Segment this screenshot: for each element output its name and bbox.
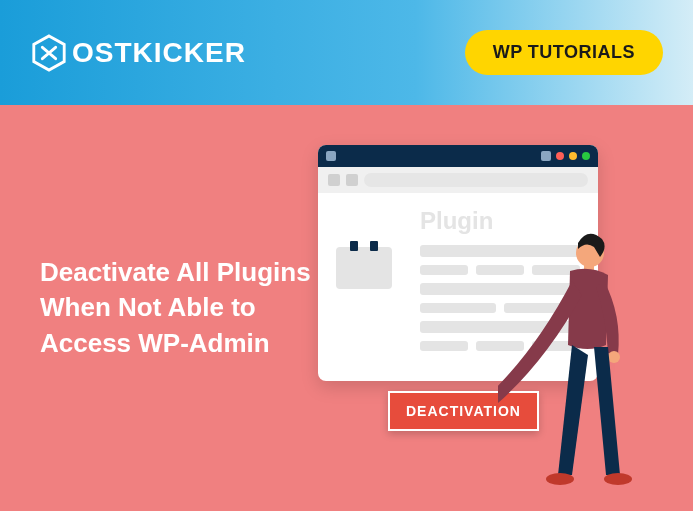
svg-point-6 <box>604 473 632 485</box>
placeholder-line <box>420 303 496 313</box>
placeholder-line <box>420 341 468 351</box>
minimize-dot-icon <box>569 152 577 160</box>
person-illustration <box>498 225 658 485</box>
forward-icon <box>346 174 358 186</box>
maximize-dot-icon <box>582 152 590 160</box>
back-icon <box>328 174 340 186</box>
site-logo: OSTKICKER <box>30 34 246 72</box>
titlebar <box>318 145 598 167</box>
url-bar <box>364 173 588 187</box>
close-dot-icon <box>556 152 564 160</box>
header: OSTKICKER WP TUTORIALS <box>0 0 693 105</box>
svg-point-5 <box>546 473 574 485</box>
logo-text: OSTKICKER <box>72 37 246 69</box>
plugin-icon <box>336 247 392 289</box>
toolbar <box>318 167 598 193</box>
hero: Deactivate All Plugins When Not Able to … <box>0 105 693 511</box>
window-control-icon <box>326 151 336 161</box>
illustration: Plugin <box>318 145 648 485</box>
hexagon-icon <box>30 34 68 72</box>
window-control-icon <box>541 151 551 161</box>
placeholder-line <box>420 265 468 275</box>
svg-point-4 <box>608 351 620 363</box>
category-pill: WP TUTORIALS <box>465 30 663 75</box>
hero-title: Deactivate All Plugins When Not Able to … <box>40 255 340 360</box>
